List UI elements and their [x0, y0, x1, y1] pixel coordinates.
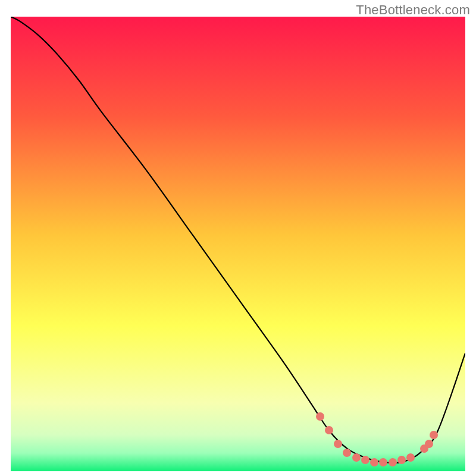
chart-canvas: TheBottleneck.com	[0, 0, 476, 476]
data-marker	[389, 458, 397, 466]
plot-area	[11, 17, 465, 471]
data-marker	[425, 440, 433, 448]
data-marker	[370, 458, 378, 466]
data-marker	[325, 426, 333, 434]
data-marker	[430, 431, 438, 439]
curve-layer	[11, 17, 465, 471]
data-marker	[334, 440, 342, 448]
data-marker	[406, 453, 415, 462]
data-marker	[397, 456, 406, 464]
data-marker	[361, 456, 369, 464]
data-marker	[379, 458, 387, 466]
data-marker	[316, 412, 324, 421]
bottleneck-curve	[11, 17, 465, 463]
data-marker	[343, 449, 351, 457]
watermark-text: TheBottleneck.com	[356, 2, 470, 18]
data-marker	[352, 453, 361, 462]
